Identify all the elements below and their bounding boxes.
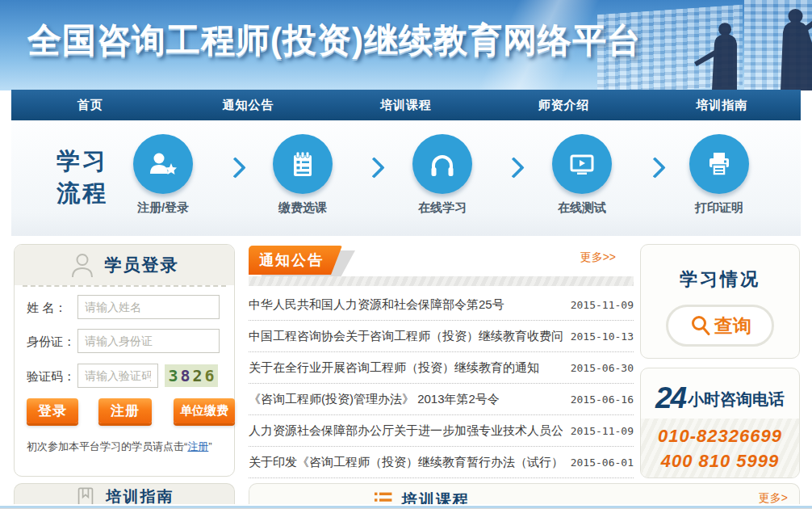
user-star-icon — [133, 134, 193, 194]
query-button[interactable]: 查询 — [666, 305, 774, 347]
hint-text: ” — [208, 440, 211, 452]
hotline-suffix: 小时咨询电话 — [688, 390, 785, 408]
step-label: 注册/登录 — [119, 200, 207, 216]
captcha-image[interactable]: 3 8 2 6 — [165, 364, 218, 387]
step-label: 在线测试 — [538, 200, 626, 216]
study-status-title: 学习情况 — [641, 267, 799, 292]
captcha-row: 验证码： 3 8 2 6 — [15, 364, 234, 388]
clipboard-icon — [273, 134, 333, 194]
captcha-digit: 6 — [205, 366, 215, 385]
notices-tab[interactable]: 通知公告 — [249, 246, 342, 275]
step-print-certificate[interactable]: 打印证明 — [675, 134, 764, 216]
notice-date: 2015-10-13 — [571, 330, 634, 343]
login-header: 学员登录 — [15, 245, 234, 285]
chevron-right-icon — [644, 157, 666, 179]
notice-date: 2015-11-09 — [571, 299, 634, 311]
headphones-icon — [412, 134, 472, 194]
hotline-numbers: 010-82326699 400 810 5999 — [641, 419, 799, 478]
captcha-label: 验证码： — [27, 369, 75, 385]
notice-date: 2015-06-16 — [571, 393, 634, 406]
printer-icon — [689, 134, 749, 194]
search-icon — [689, 313, 713, 338]
unit-pay-button[interactable]: 单位缴费 — [174, 398, 235, 423]
banner: 全国咨询工程师(投资)继续教育网络平台 — [0, 0, 812, 90]
process-title-line1: 学习 — [44, 145, 121, 177]
video-player-icon — [552, 134, 612, 194]
step-online-test[interactable]: 在线测试 — [538, 134, 626, 216]
step-label: 在线学习 — [398, 200, 487, 216]
notice-row[interactable]: 中华人民共和国人力资源和社会保障部令第25号 2015-11-09 — [249, 289, 634, 321]
chevron-right-icon — [363, 157, 385, 179]
register-button[interactable]: 注册 — [98, 398, 152, 423]
process-title: 学习 流程 — [44, 145, 121, 209]
bottom-edge-strip — [0, 504, 812, 509]
query-label: 查询 — [714, 313, 751, 339]
notice-date: 2015-06-01 — [571, 456, 634, 469]
step-label: 打印证明 — [675, 200, 764, 216]
captcha-input[interactable] — [77, 364, 158, 388]
striped-divider-bar — [249, 276, 634, 286]
hotline-title: 24小时咨询电话 — [641, 381, 799, 415]
chevron-right-icon — [503, 157, 525, 179]
main-nav: 首页 通知公告 培训课程 师资介绍 培训指南 — [11, 90, 801, 120]
nav-item-guide[interactable]: 培训指南 — [642, 90, 801, 120]
notice-title[interactable]: 关于在全行业开展咨询工程师（投资）继续教育的通知 — [249, 360, 539, 376]
step-pay-select[interactable]: 缴费选课 — [258, 134, 347, 216]
name-label: 姓 名： — [27, 301, 66, 316]
captcha-digit: 2 — [193, 366, 203, 385]
id-label: 身份证： — [27, 334, 75, 350]
hint-text: 初次参加本平台学习的学员请点击“ — [27, 440, 187, 452]
hotline-panel: 24小时咨询电话 010-82326699 400 810 5999 — [640, 368, 800, 478]
notice-row[interactable]: 《咨询工程师(投资)管理办法》 2013年第2号令 2015-06-16 — [249, 384, 634, 415]
name-row: 姓 名： — [15, 295, 234, 319]
notice-row[interactable]: 关于在全行业开展咨询工程师（投资）继续教育的通知 2015-06-30 — [249, 352, 634, 384]
notice-title[interactable]: 中国工程咨询协会关于咨询工程师（投资）继续教育收费问… — [249, 329, 563, 344]
notice-title[interactable]: 人力资源社会保障部办公厅关于进一步加强专业技术人员公… — [249, 423, 563, 439]
login-title: 学员登录 — [105, 254, 179, 276]
learning-process-section: 学习 流程 注册/登录 缴费选 — [11, 120, 801, 236]
dashed-divider — [23, 285, 226, 287]
notice-row[interactable]: 人力资源社会保障部办公厅关于进一步加强专业技术人员公… 2015-11-09 — [249, 415, 634, 447]
step-register[interactable]: 注册/登录 — [119, 134, 207, 216]
step-label: 缴费选课 — [258, 200, 347, 216]
register-link[interactable]: 注册 — [187, 440, 208, 452]
notices-more-link[interactable]: 更多>> — [580, 250, 616, 265]
nav-item-courses[interactable]: 培训课程 — [327, 90, 485, 120]
nav-item-teachers[interactable]: 师资介绍 — [485, 90, 643, 120]
nav-item-notices[interactable]: 通知公告 — [170, 90, 328, 120]
student-login-panel: 学员登录 姓 名： 身份证： 验证码： 3 8 2 6 登录 注册 单位缴费 初… — [14, 244, 235, 477]
id-card-input[interactable] — [77, 329, 220, 353]
captcha-digit: 3 — [168, 366, 178, 385]
id-row: 身份证： — [15, 329, 234, 353]
chevron-right-icon — [224, 157, 246, 179]
name-input[interactable] — [77, 295, 220, 319]
process-title-line2: 流程 — [44, 177, 121, 209]
step-online-study[interactable]: 在线学习 — [398, 134, 487, 216]
person-icon — [70, 252, 94, 279]
notices-section: 通知公告 更多>> 中华人民共和国人力资源和社会保障部令第25号 2015-11… — [249, 244, 634, 477]
notice-date: 2015-11-09 — [571, 425, 634, 437]
notice-row[interactable]: 中国工程咨询协会关于咨询工程师（投资）继续教育收费问… 2015-10-13 — [249, 321, 634, 352]
notice-row[interactable]: 关于印发《咨询工程师（投资）继续教育暂行办法（试行）… 2015-06-01 — [249, 447, 634, 478]
nav-item-home[interactable]: 首页 — [11, 90, 170, 120]
site-title: 全国咨询工程师(投资)继续教育网络平台 — [27, 18, 642, 63]
notice-title[interactable]: 《咨询工程师(投资)管理办法》 2013年第2号令 — [249, 392, 500, 407]
captcha-digit: 8 — [180, 366, 190, 385]
hotline-24: 24 — [655, 381, 685, 414]
notice-date: 2015-06-30 — [571, 362, 634, 374]
notice-list: 中华人民共和国人力资源和社会保障部令第25号 2015-11-09 中国工程咨询… — [249, 289, 634, 478]
phone-number: 010-82326699 — [641, 423, 799, 448]
login-button[interactable]: 登录 — [27, 398, 78, 423]
notice-title[interactable]: 关于印发《咨询工程师（投资）继续教育暂行办法（试行）… — [249, 455, 563, 470]
phone-number: 400 810 5999 — [641, 448, 799, 473]
study-status-panel: 学习情况 查询 — [640, 244, 800, 359]
first-time-hint: 初次参加本平台学习的学员请点击“注册” — [27, 440, 212, 454]
notice-title[interactable]: 中华人民共和国人力资源和社会保障部令第25号 — [249, 297, 504, 313]
